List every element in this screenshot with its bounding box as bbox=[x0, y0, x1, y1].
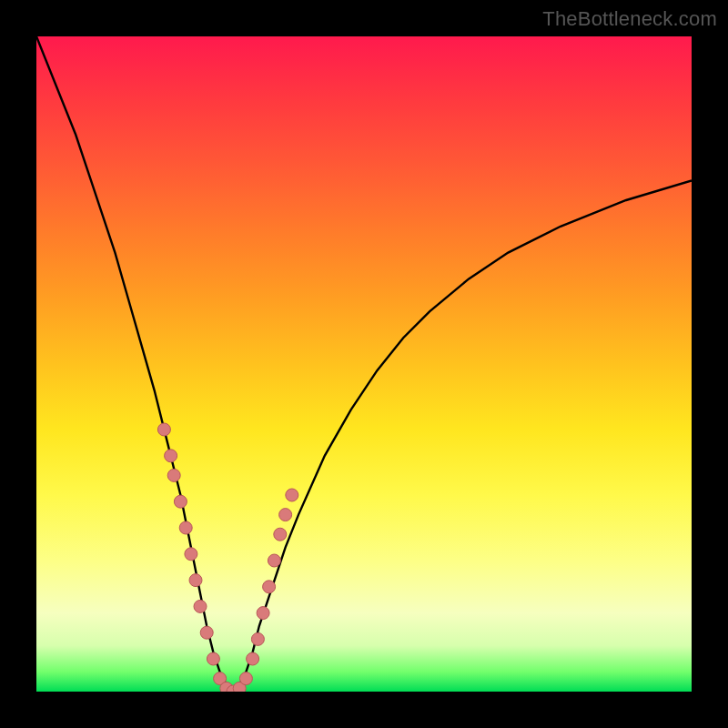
highlight-dot bbox=[274, 528, 287, 541]
highlight-dot bbox=[194, 600, 207, 612]
highlight-dot bbox=[207, 652, 219, 665]
highlight-dot bbox=[247, 652, 259, 665]
highlight-dot bbox=[189, 574, 202, 587]
chart-frame: TheBottleneck.com bbox=[0, 0, 728, 728]
highlight-dot bbox=[263, 581, 276, 593]
highlight-dot bbox=[286, 489, 298, 501]
highlight-dots bbox=[157, 423, 298, 692]
highlight-dot bbox=[268, 554, 280, 567]
highlight-dot bbox=[185, 548, 197, 561]
highlight-dot bbox=[157, 423, 170, 436]
highlight-dot bbox=[167, 469, 180, 481]
highlight-dot bbox=[257, 607, 269, 620]
highlight-dot bbox=[174, 495, 187, 508]
watermark-text: TheBottleneck.com bbox=[542, 7, 717, 31]
curve-layer bbox=[36, 36, 692, 692]
bottleneck-curve bbox=[36, 36, 692, 692]
highlight-dot bbox=[239, 672, 252, 685]
highlight-dot bbox=[251, 632, 264, 645]
highlight-dot bbox=[279, 509, 292, 521]
highlight-dot bbox=[165, 450, 177, 462]
highlight-dot bbox=[200, 626, 213, 639]
highlight-dot bbox=[179, 521, 192, 534]
plot-area bbox=[36, 36, 692, 692]
